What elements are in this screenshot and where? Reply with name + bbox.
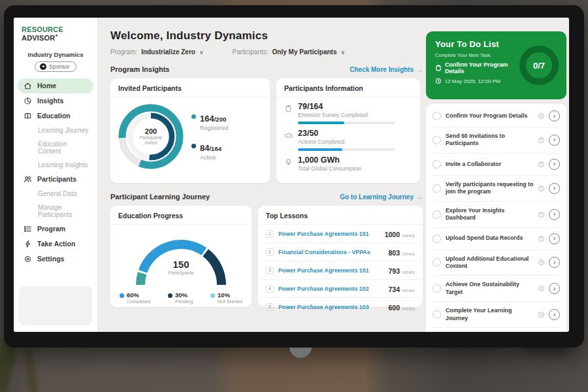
invited-participants-card: Invited Participants 200 Participants In… (110, 78, 270, 183)
lesson-row: 1 Power Purchase Agreements 101 1000view… (258, 225, 423, 243)
emission-survey-row: 79/164 Emission Survey Completed (284, 102, 412, 124)
question-icon[interactable]: ? (538, 259, 544, 265)
sidebar-item-program[interactable]: Program (18, 221, 93, 237)
dashboard-screen: RESOURCE ADVISOR+ Industry Dynamics Spon… (14, 18, 569, 332)
lesson-views-value: 734 (388, 286, 400, 293)
lesson-views-suffix: views (402, 306, 415, 312)
sidebar-item-learning-insights[interactable]: Learning Insights (18, 158, 93, 172)
chevron-right-button[interactable]: › (549, 283, 560, 294)
lesson-row: 3 Power Purchase Agreements 101 793views (258, 261, 423, 280)
lesson-rank-badge: 5 (266, 303, 274, 311)
task-row-upload-spend-data[interactable]: Upload Spend Data Records ? › (433, 228, 560, 250)
sidebar-item-label: Learning Insights (38, 161, 88, 169)
question-icon[interactable]: ? (538, 212, 544, 218)
checkbox-icon[interactable] (433, 112, 441, 120)
question-icon[interactable]: ? (538, 236, 544, 242)
participants-filter[interactable]: Participants: Only My Participants ∨ (233, 48, 346, 56)
sidebar-item-learning-journey[interactable]: Learning Journey (18, 123, 93, 137)
chevron-right-button[interactable]: › (549, 135, 560, 146)
app-logo: RESOURCE ADVISOR+ (14, 18, 97, 46)
task-label: Achieve One Sustainability Target (446, 281, 534, 296)
checkbox-icon[interactable] (433, 210, 441, 219)
lesson-link[interactable]: Power Purchase Agreements 101 (278, 231, 380, 237)
consumption-label: Total Global Consumption (298, 165, 361, 172)
program-filter[interactable]: Program: Industrialize Zero ∨ (110, 48, 204, 56)
task-row-upload-educational-content[interactable]: Upload Additional Educational Content ? … (433, 250, 560, 276)
participants-information-body: 79/164 Emission Survey Completed 23/50 A… (276, 97, 420, 172)
sidebar-item-home[interactable]: Home (18, 78, 93, 93)
todo-header-card: Your To Do List Complete Your Next Task:… (426, 31, 566, 99)
task-row-confirm-program[interactable]: Confirm Your Program Details ? › (433, 105, 560, 127)
sidebar-item-label: Education (37, 112, 71, 120)
checkbox-icon[interactable] (433, 184, 441, 193)
checkbox-icon[interactable] (433, 235, 441, 243)
task-label: Verify participants requesting to join t… (446, 181, 534, 196)
question-icon[interactable]: ? (538, 186, 544, 191)
checkbox-icon[interactable] (433, 258, 441, 267)
people-icon (24, 175, 32, 184)
sidebar-item-education[interactable]: Education (18, 108, 93, 123)
chevron-right-button[interactable]: › (549, 110, 560, 122)
todo-panel: Your To Do List Complete Your Next Task:… (426, 18, 566, 332)
question-icon[interactable]: ? (538, 286, 544, 291)
consumption-value: 1,000 GWh (298, 155, 361, 165)
sidebar-item-label: General Data (38, 190, 76, 197)
sidebar-item-label: Home (37, 82, 56, 90)
task-row-complete-learning-journey[interactable]: Complete Your Learning Journey ? › (433, 302, 560, 328)
cloud-icon (284, 131, 293, 139)
chevron-right-button[interactable]: › (549, 309, 560, 320)
question-icon[interactable]: ? (538, 312, 544, 318)
lesson-views-suffix: views (402, 233, 415, 238)
lesson-link[interactable]: Power Purchase Agreements 103 (278, 304, 384, 310)
lesson-views-suffix: views (402, 287, 415, 293)
task-row-send-invitations[interactable]: Send 50 Invitations to Participants ? › (433, 127, 560, 154)
card-title: Participants Information (276, 78, 420, 97)
task-row-verify-participants[interactable]: Verify participants requesting to join t… (433, 176, 560, 202)
action-icon (24, 240, 32, 248)
lesson-link[interactable]: Power Purchase Agreements 102 (278, 286, 384, 292)
checkbox-icon[interactable] (433, 160, 441, 169)
question-icon[interactable]: ? (538, 113, 544, 119)
question-icon[interactable]: ? (538, 161, 544, 167)
todo-tasks-card: Confirm Your Program Details ? › Send 50… (426, 104, 566, 332)
sidebar-item-insights[interactable]: Insights (18, 93, 93, 108)
program-insights-header: Program Insights Check More Insights→ (110, 65, 423, 73)
page-title: Welcome, Industry Dynamics (110, 29, 423, 42)
sidebar-item-take-action[interactable]: Take Action (18, 237, 93, 252)
sidebar-item-general-data[interactable]: General Data (18, 187, 93, 201)
top-lessons-list: 1 Power Purchase Agreements 101 1000view… (258, 225, 423, 316)
chevron-right-button[interactable]: › (549, 233, 560, 244)
check-more-insights-link[interactable]: Check More Insights→ (350, 66, 423, 73)
gauge-legend: 60%Completed 30%Pending 10%Not Started (110, 291, 252, 304)
chevron-right-button[interactable]: › (549, 257, 560, 268)
chevron-right-button[interactable]: › (549, 159, 560, 170)
sidebar-item-settings[interactable]: Settings (18, 252, 93, 267)
lesson-views-value: 1000 (385, 231, 400, 238)
participants-filter-label: Participants: (233, 48, 269, 56)
checkbox-icon[interactable] (433, 136, 441, 144)
donut-center-value: 200 (145, 127, 157, 135)
link-label: Check More Insights (350, 66, 414, 73)
registered-denominator: /200 (214, 116, 227, 123)
lesson-link[interactable]: Power Purchase Agreements 101 (278, 267, 384, 274)
checkbox-icon[interactable] (433, 310, 441, 319)
question-icon[interactable]: ? (538, 137, 544, 143)
sidebar-item-participants[interactable]: Participants (18, 172, 93, 187)
lesson-link[interactable]: Financial Considerations - VPPAs (278, 249, 384, 255)
actions-completed-progressbar (298, 148, 395, 151)
collapse-tasks-link[interactable]: Collapse Tasks ∧ (433, 328, 560, 332)
go-to-learning-journey-link[interactable]: Go to Learning Journey→ (340, 193, 423, 201)
sidebar-item-education-content[interactable]: Education Content (18, 137, 93, 158)
chevron-right-button[interactable]: › (549, 183, 560, 194)
task-row-invite-collaborator[interactable]: Invite a Collaborator ? › (433, 154, 560, 176)
sidebar-item-manage-participants[interactable]: Manage Participants (18, 201, 93, 221)
todo-next-task-label: Confirm Your Program Details (445, 61, 520, 74)
arrow-right-icon: → (416, 66, 423, 73)
task-row-explore-insights[interactable]: Explore Your Insights Dashboard ? › (433, 202, 560, 228)
task-row-achieve-target[interactable]: Achieve One Sustainability Target ? › (433, 276, 560, 302)
checkbox-icon[interactable] (433, 284, 441, 293)
home-icon (24, 82, 32, 90)
registered-value: 164 (200, 114, 214, 123)
lesson-row: 5 Power Purchase Agreements 103 600views (258, 298, 423, 316)
chevron-right-button[interactable]: › (549, 209, 560, 220)
